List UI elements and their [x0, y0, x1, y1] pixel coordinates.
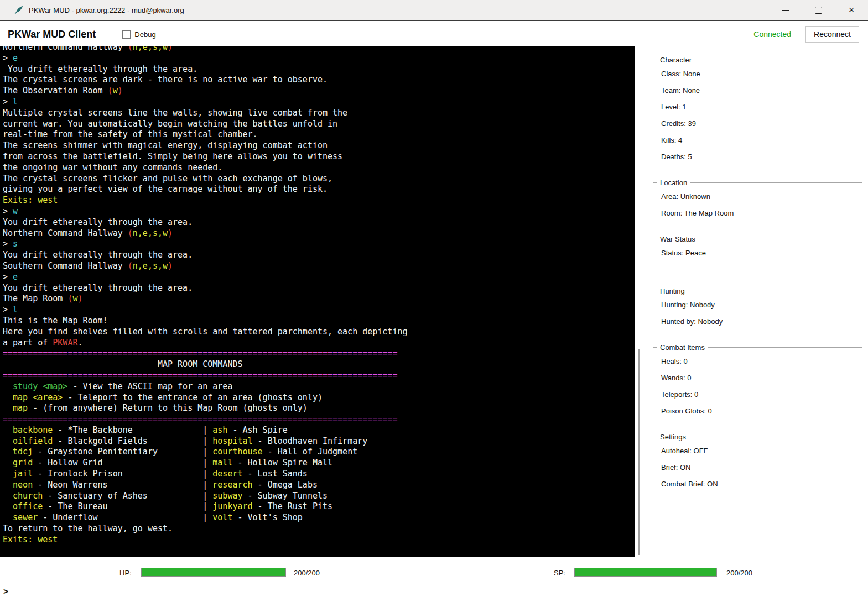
minimize-icon — [782, 10, 789, 11]
stat-item: Team: None — [653, 82, 862, 98]
terminal-text: ) — [168, 46, 173, 52]
terminal-text: - Teleport to the entrance of an area (g… — [63, 392, 323, 402]
terminal-text: w — [13, 206, 18, 216]
terminal-text: n,e,s,w — [133, 261, 168, 271]
app-window: PKWar MUD - pkwar.org:2222 - mud@pkwar.o… — [0, 0, 868, 597]
terminal-text: sewer — [13, 512, 38, 522]
sidebar-section-hunting: HuntingHunting: NobodyHunted by: Nobody — [653, 285, 862, 329]
terminal-text: Southern Command Hallway — [3, 261, 128, 271]
bottom-panel: HP: 200/200 SP: 200/200 > — [0, 557, 868, 597]
terminal-text: The screens shimmer with magical energy,… — [3, 140, 328, 150]
sp-progress-fill — [575, 568, 716, 576]
terminal-scrollbar[interactable] — [636, 46, 642, 557]
terminal-line: Here you find shelves filled with scroll… — [3, 327, 635, 338]
terminal-text: from across the battlefield. Simply bein… — [3, 151, 342, 161]
title-bar: PKWar MUD - pkwar.org:2222 - mud@pkwar.o… — [0, 0, 868, 21]
sp-progress-bar — [574, 568, 717, 577]
terminal-text: - Sanctuary of Ashes | — [43, 491, 212, 501]
terminal-text: Exits: west — [3, 535, 58, 544]
terminal-text: Here you find shelves filled with scroll… — [3, 327, 408, 337]
terminal-line: Northern Command Hallway (n,e,s,w) — [3, 228, 635, 239]
minimize-button[interactable] — [768, 0, 802, 20]
terminal-line: church - Sanctuary of Ashes | subway - S… — [3, 491, 635, 502]
terminal-text: > — [3, 272, 13, 282]
section-border-line — [689, 437, 862, 437]
section-border-line — [694, 60, 862, 60]
terminal-line: > e — [3, 272, 635, 283]
terminal-text: grid — [13, 458, 33, 468]
stat-item: Hunting: Nobody — [653, 296, 862, 313]
terminal-line: To return to the hallway, go west. — [3, 523, 635, 535]
terminal-text — [3, 458, 13, 468]
terminal-text: research — [212, 480, 252, 490]
toolbar: PKWar MUD Client Debug Connected Reconne… — [0, 22, 868, 46]
close-button[interactable]: × — [835, 0, 868, 20]
terminal-text: real-time from the safety of this mystic… — [3, 129, 258, 139]
terminal-line: You drift ethereally through the area. — [3, 283, 635, 294]
terminal-text: ( — [128, 261, 133, 271]
section-border-line — [653, 291, 657, 291]
terminal-line: Multiple crystal screens line the walls,… — [3, 108, 635, 119]
terminal-line: The crystal screens flicker and pulse wi… — [3, 174, 635, 185]
terminal-text: courthouse — [212, 447, 262, 457]
section-header: Location — [653, 177, 862, 188]
terminal-text — [3, 447, 13, 457]
scrollbar-thumb[interactable] — [638, 349, 640, 555]
terminal-text — [3, 381, 13, 391]
terminal-line: real-time from the safety of this mystic… — [3, 129, 635, 140]
terminal-text: map — [13, 403, 28, 413]
terminal-text: l — [13, 97, 18, 107]
window-title: PKWar MUD - pkwar.org:2222 - mud@pkwar.o… — [29, 6, 184, 14]
terminal-text: ========================================… — [3, 348, 397, 358]
debug-checkbox[interactable] — [122, 30, 131, 39]
terminal-text: > — [3, 239, 13, 249]
terminal-output[interactable]: Northern Command Hallway (n,e,s,w)> e Yo… — [0, 46, 635, 557]
section-header: Hunting — [653, 285, 862, 296]
terminal-text — [3, 469, 13, 479]
hp-value: 200/200 — [294, 569, 320, 577]
terminal-text: ( — [108, 86, 113, 96]
terminal-text: - View the ASCII map for an area — [67, 381, 232, 391]
terminal-line: from across the battlefield. Simply bein… — [3, 151, 635, 163]
connection-status: Connected — [753, 30, 791, 39]
terminal-text: Northern Command Hallway — [3, 228, 128, 238]
hp-progress-bar — [141, 568, 286, 577]
maximize-button[interactable] — [802, 0, 835, 20]
terminal-text: desert — [212, 469, 242, 479]
debug-label: Debug — [134, 30, 155, 39]
terminal-text: The Observation Room — [3, 86, 108, 96]
terminal-line: a part of PKWAR. — [3, 338, 635, 349]
terminal-text: Northern Command Hallway — [3, 46, 128, 52]
terminal-text: ) — [118, 86, 123, 96]
terminal-text: - Underflow | — [38, 512, 212, 522]
terminal-text — [3, 501, 13, 511]
terminal-text: - Ironlock Prison | — [33, 469, 212, 479]
hp-label: HP: — [119, 569, 132, 577]
terminal-text: - Bloodhaven Infirmary — [253, 436, 368, 446]
terminal-line: ========================================… — [3, 348, 635, 359]
terminal-text: - Hall of Judgment — [263, 447, 358, 457]
reconnect-button[interactable]: Reconnect — [805, 26, 859, 43]
terminal-line: tdcj - Graystone Penitentiary | courthou… — [3, 447, 635, 458]
terminal-line: sewer - Underflow | volt - Volt's Shop — [3, 512, 635, 523]
terminal-text: e — [13, 53, 18, 63]
terminal-line: giving you a perfect view of the carnage… — [3, 184, 635, 195]
sidebar-section-combat-items: Combat ItemsHeals: 0Wands: 0Teleports: 0… — [653, 342, 862, 419]
terminal-text: - *The Backbone | — [53, 425, 212, 435]
hp-progress-fill — [142, 568, 285, 576]
command-input[interactable] — [12, 586, 868, 597]
terminal-text: - Hollow Grid | — [33, 458, 212, 468]
section-border-line — [653, 239, 657, 239]
terminal-line: The Map Room (w) — [3, 294, 635, 305]
section-border-line — [688, 291, 862, 291]
terminal-line: office - The Bureau | junkyard - The Rus… — [3, 501, 635, 512]
terminal-text — [3, 425, 13, 435]
section-border-line — [708, 347, 862, 348]
terminal-text: map <area> — [13, 392, 63, 402]
terminal-text: study <map> — [13, 381, 67, 391]
terminal-text: ash — [212, 425, 227, 435]
terminal-line: Northern Command Hallway (n,e,s,w) — [3, 46, 635, 53]
terminal-line: > w — [3, 206, 635, 217]
section-header: Character — [653, 54, 862, 65]
terminal-text: - The Bureau | — [43, 501, 212, 511]
